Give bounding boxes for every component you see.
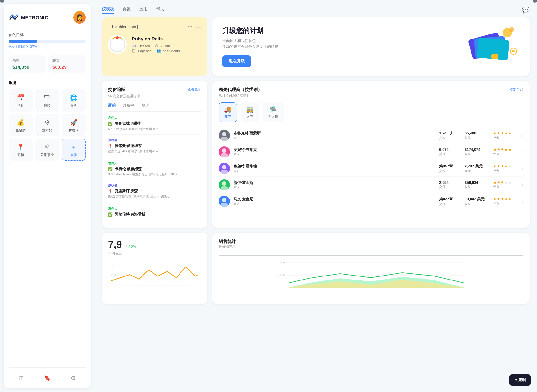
course-dots-icon[interactable]: •• —: [188, 24, 201, 30]
leader-avatar-3: [219, 163, 230, 174]
delivery-divider-1: [108, 134, 201, 135]
delivery-view-all[interactable]: 查看全部: [188, 87, 201, 92]
settings-icon[interactable]: ⚙: [69, 373, 78, 383]
leader-rev-4: $59,634 收益: [465, 180, 489, 189]
sales-header: 销售统计 最畅销产品 ···: [219, 239, 523, 253]
leader-arrow-1[interactable]: ›: [522, 133, 523, 138]
leader-arrow-3[interactable]: ›: [522, 166, 523, 171]
slider-track[interactable]: [219, 255, 523, 256]
leader-arrow-2[interactable]: ›: [522, 149, 523, 154]
service-item-nursing[interactable]: 🚀 护理卡: [62, 114, 86, 136]
lesson-icon: 📖: [132, 44, 136, 48]
budget-row: 预算 $14,350 花费 $8,029: [9, 55, 86, 73]
course-meta-row-2: 📋 1 agenda 👥 72 students: [132, 49, 201, 53]
leader-rev-3: 2,737 美元 收益: [465, 164, 489, 173]
customize-button[interactable]: ✦ 定制: [509, 374, 531, 386]
delivery-sender-label-3: 发件人: [108, 207, 201, 211]
service-item-add[interactable]: ＋ 添新: [62, 139, 86, 161]
stat-more-icon[interactable]: ···: [195, 239, 201, 244]
delivery-sender-name-2: ✅ 卡梅伦·威廉姆森: [108, 166, 201, 172]
chat-icon[interactable]: 💬: [522, 6, 530, 14]
leader-name-4: 盖伊·霍金斯: [234, 180, 435, 185]
delivery-tabs: 新的 准备中 船运: [108, 103, 201, 112]
nav-links: 仪表板 页数 应用 帮助: [102, 6, 164, 14]
course-agenda: 📋 1 agenda: [132, 49, 152, 53]
leader-region-1: 南区: [234, 136, 435, 140]
svg-point-15: [221, 170, 228, 174]
spend-value: $8,029: [52, 64, 82, 70]
tab-shipping[interactable]: 船运: [142, 103, 149, 111]
course-thumbnail: [108, 35, 127, 54]
spend-label: 花费: [52, 58, 82, 63]
delivery-item-3: 发件人 ✅ 阿尔伯特·弗洛雷斯: [108, 207, 201, 217]
train-label: 火车: [247, 114, 253, 119]
budget-card: 预算 $14,350: [9, 55, 46, 73]
delivery-sender-addr-2: 3891 Ranchview 理查森博士, 加利福尼亚州 62639: [108, 172, 201, 177]
leaders-title-group: 领先代理商（按类别）: [219, 87, 262, 93]
tab-preparing[interactable]: 准备中: [123, 103, 134, 111]
course-card: 【biqubiqu.com】 •• — Ruby on Rails: [102, 17, 207, 76]
sales-slider[interactable]: [219, 255, 523, 256]
delivery-sender-name-1: ✅ 布鲁克林·西蒙斯: [108, 121, 201, 126]
bookmark-icon[interactable]: 🔖: [42, 373, 52, 383]
nav-dashboard[interactable]: 仪表板: [102, 6, 114, 14]
insurance-label: 保险: [44, 103, 51, 108]
delivery-receiver-addr-2: 8502 普雷斯顿路, 英格尔伍德, 缅因州 98380: [108, 194, 201, 199]
train-icon: 🚃: [246, 106, 254, 113]
upgrade-button[interactable]: 现在升级: [222, 55, 251, 67]
goal-pct-label: 已达到目标的 37%: [9, 44, 86, 49]
truck-label: 货车: [225, 114, 231, 119]
delivery-item-1: 发件人 ✅ 布鲁克林·西蒙斯 6391 埃尔金圣塞塞尔, 特拉华州 10299 …: [108, 116, 201, 153]
service-item-activities[interactable]: 📅 活动: [9, 89, 33, 112]
nav-help[interactable]: 帮助: [156, 6, 164, 14]
mid-row: 交货追踪 查看全部 56 次交付正在进行中 新的 准备中 船运 发件人 ✅ 布鲁…: [102, 81, 530, 228]
add-icon: ＋: [71, 143, 76, 151]
svg-point-18: [222, 198, 226, 202]
services-title: 服务: [9, 80, 86, 86]
leader-arrow-4[interactable]: ›: [522, 182, 523, 187]
layers-icon[interactable]: ⊞: [17, 373, 25, 383]
stat-chart: 10 7.75: [108, 261, 201, 292]
leader-rating-3: ★★★★★ 评分: [493, 164, 518, 173]
leaders-add-button[interactable]: 添加产品: [510, 87, 523, 92]
cat-tab-drone[interactable]: 🛸 无人机: [263, 102, 284, 122]
slider-fill: [219, 255, 523, 256]
course-url: 【biqubiqu.com】: [108, 24, 140, 30]
leader-name-2: 安妮特·布莱克: [234, 147, 435, 153]
cat-tab-train[interactable]: 🚃 火车: [241, 102, 259, 122]
drone-label: 无人机: [268, 114, 278, 119]
svg-text:3,000: 3,000: [278, 261, 285, 264]
leader-avatar-2: [219, 146, 230, 157]
service-item-network[interactable]: 🌐 网络: [62, 89, 86, 112]
sidebar: METRONIC 👩 你的目标 已达到目标的 37% 预算 $14,350 花费…: [4, 4, 91, 388]
sales-more-icon[interactable]: ···: [517, 239, 523, 244]
nav-pages[interactable]: 页数: [123, 6, 131, 14]
nav-apps[interactable]: 应用: [139, 6, 148, 14]
cat-tab-truck[interactable]: 🚚 货车: [219, 102, 237, 122]
progress-bar-bg: [9, 40, 86, 43]
service-item-insurance[interactable]: 🛡 保险: [35, 89, 59, 112]
leader-rating-2: ★★★★★ 评分: [493, 148, 518, 156]
leader-arrow-5[interactable]: ›: [522, 199, 523, 204]
goal-label: 你的目标: [9, 32, 86, 38]
leaders-card: 领先代理商（按类别） 添加产品 总计 424,567 次交付 🚚 货车 🚃 火车: [212, 81, 530, 228]
circle-check-icon-1: ✅: [108, 122, 113, 126]
leader-region-3: 南区: [234, 169, 435, 173]
service-item-public[interactable]: ⚛ 公用事业: [35, 139, 59, 161]
service-item-hosting[interactable]: 📍 款待: [9, 139, 33, 161]
nav-right: 💬: [522, 6, 530, 14]
svg-point-19: [221, 203, 228, 207]
service-item-finance[interactable]: 💰 金融的: [9, 114, 33, 136]
svg-point-14: [222, 165, 226, 169]
top-nav: 仪表板 页数 应用 帮助 💬: [94, 0, 537, 17]
tab-new[interactable]: 新的: [108, 103, 116, 111]
upgrade-desc: 平面插图和我们多色 生动的未混合紫色头发女士的精彩: [222, 38, 278, 50]
avatar[interactable]: 👩: [73, 11, 86, 24]
service-item-tech[interactable]: ⚙ 技术的: [35, 114, 59, 136]
circle-check-icon-3: ✅: [108, 212, 113, 217]
bot-row: 7,9 ↑ 2.2% ··· 平均位置 10 7.75: [102, 233, 530, 304]
app-name: METRONIC: [21, 15, 48, 20]
leader-region-4: 南区: [234, 185, 435, 190]
leader-row-3: 埃丝特·霍华德 南区 第357章 交货 2,737 美元 收益: [219, 160, 523, 177]
svg-text:2,500: 2,500: [278, 273, 285, 276]
